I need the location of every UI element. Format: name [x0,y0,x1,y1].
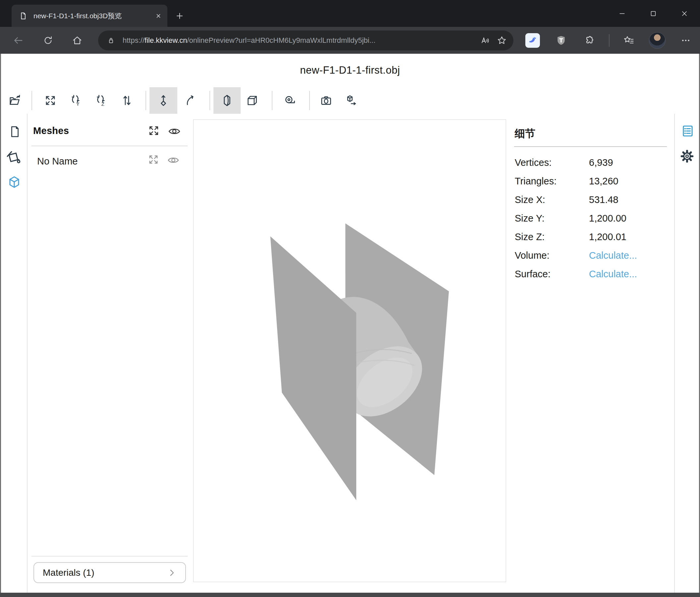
export-model-button[interactable] [342,91,360,110]
box-view-button[interactable] [243,91,261,110]
maximize-icon [650,10,657,17]
user-avatar [649,32,666,49]
materials-button-label: Materials (1) [43,568,95,578]
browser-menu-button[interactable] [676,31,695,50]
detail-label: Size X: [515,194,545,205]
flip-vertical-icon [120,94,133,107]
puzzle-icon [584,35,595,46]
new-tab-button[interactable] [172,9,187,23]
browser-tab[interactable]: new-F1-D1-1-first.obj3D预览 [11,5,167,27]
file-icon [8,125,22,139]
calculate-surface-link[interactable]: Calculate... [589,269,637,280]
open-file-icon [8,94,22,107]
detail-value: 1,200.01 [589,232,626,242]
mesh-item-name[interactable]: No Name [37,156,78,167]
sidebar-item-materials[interactable] [5,149,22,167]
tab-title: new-F1-D1-1-first.obj3D预览 [33,11,143,21]
page-title: new-F1-D1-1-first.obj [0,64,700,76]
close-icon [155,12,162,20]
up-axis-button[interactable] [149,87,177,114]
detail-label: Surface: [515,269,551,280]
details-divider [514,146,667,147]
read-aloud-button[interactable] [480,35,490,46]
extensions-button[interactable] [580,31,599,50]
rotate-y-button[interactable]: Y [67,91,85,110]
expand-icon [147,124,160,137]
model-viewport[interactable] [193,119,506,582]
detail-label: Volume: [515,250,550,261]
url-text: https://file.kkview.cn/onlinePreview?url… [123,36,473,45]
plus-icon [175,11,184,21]
favorites-hub-button[interactable] [620,31,638,50]
orbit-icon [184,94,197,107]
lock-icon [107,36,115,45]
cube-icon [7,174,22,190]
mesh-item-visibility-button[interactable] [167,154,180,167]
refresh-button[interactable] [39,31,57,49]
flip-vertical-button[interactable] [118,91,136,110]
home-icon [72,35,82,46]
left-rail-divider [27,114,27,593]
back-button[interactable] [9,31,27,49]
meshes-panel-title: Meshes [33,125,69,136]
read-aloud-icon [480,35,490,46]
thunder-extension-button[interactable] [523,31,542,50]
star-icon [497,35,507,45]
window-edge-left [0,54,1,593]
detail-label: Size Z: [515,232,545,242]
details-list-button[interactable] [681,124,695,138]
window-controls [606,0,700,27]
fit-to-view-button[interactable] [41,91,60,110]
maximize-button[interactable] [638,0,669,27]
profile-button[interactable] [648,31,667,50]
calculate-volume-link[interactable]: Calculate... [589,250,637,261]
url-domain: file.kkview.cn [145,36,187,44]
sidebar-item-file-info[interactable] [8,125,22,139]
fit-to-view-icon [44,94,57,107]
browser-titlebar: new-F1-D1-1-first.obj3D预览 [0,0,700,27]
browser-navbar: https://file.kkview.cn/onlinePreview?url… [0,27,700,54]
url-path: /onlinePreview?url=aHR0cHM6Ly9maWxlLmtrd… [187,36,375,44]
page-favicon-icon [19,11,27,20]
rotate-z-button[interactable]: Z [92,91,111,110]
close-window-button[interactable] [669,0,700,27]
export-cube-icon [344,94,358,107]
home-button[interactable] [68,31,86,49]
address-bar[interactable]: https://file.kkview.cn/onlinePreview?url… [98,30,514,50]
detail-value: 1,200.00 [589,213,626,224]
mesh-item-expand-button[interactable] [147,153,160,166]
toolbar-divider [309,91,310,110]
right-rail-divider [674,114,675,593]
camera-icon [320,94,333,107]
minimize-button[interactable] [606,0,638,27]
shaded-view-button[interactable] [214,87,241,114]
meshes-visibility-button[interactable] [168,125,181,138]
list-icon [681,124,695,138]
tab-close-button[interactable] [155,12,162,20]
rotate-y-icon: Y [70,94,83,107]
favorite-star-button[interactable] [497,35,507,45]
thunder-icon [525,33,540,48]
tampermonkey-extension-button[interactable] [552,31,570,50]
detail-value: 13,260 [589,176,619,187]
open-file-button[interactable] [6,91,24,110]
orbit-button[interactable] [181,91,200,110]
navbar-separator [609,34,609,47]
chevron-right-icon [167,568,177,578]
detail-label: Size Y: [515,213,545,224]
materials-divider [31,556,188,556]
favorites-list-icon [623,35,634,46]
eye-icon [167,154,180,167]
toolbar-divider [209,91,210,110]
measure-button[interactable] [281,91,299,110]
eye-icon [168,125,181,138]
settings-button[interactable] [679,149,695,164]
meshes-expand-button[interactable] [147,124,160,137]
detail-label: Vertices: [515,157,551,168]
toolbar-divider [146,91,146,110]
sidebar-item-meshes[interactable] [7,174,22,190]
window-bottom-edge [0,593,700,597]
screenshot-button[interactable] [317,91,335,110]
materials-button[interactable]: Materials (1) [33,562,186,583]
model-plane-left [271,236,356,500]
